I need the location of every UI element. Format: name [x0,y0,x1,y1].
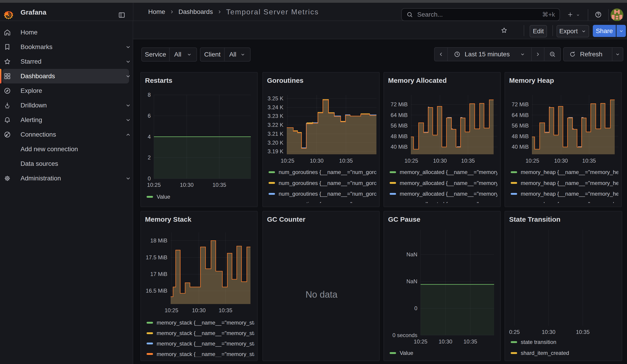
svg-text:16.5 MiB: 16.5 MiB [146,288,167,294]
svg-text:0: 0 [414,305,417,311]
svg-text:10:25: 10:25 [281,157,294,164]
svg-text:3.22 K: 3.22 K [268,122,283,128]
svg-text:72 MiB: 72 MiB [512,101,529,107]
svg-text:2: 2 [148,155,151,160]
svg-text:10:25: 10:25 [414,338,427,345]
svg-text:56 MiB: 56 MiB [512,122,529,129]
svg-text:10:30: 10:30 [180,182,194,188]
svg-text:17 MiB: 17 MiB [150,271,167,277]
svg-text:3.23 K: 3.23 K [268,113,283,119]
svg-text:3.25 K: 3.25 K [268,95,283,102]
svg-text:0: 0 [148,175,151,182]
svg-text:3.21 K: 3.21 K [268,131,283,137]
svg-text:64 MiB: 64 MiB [391,112,408,118]
svg-text:48 MiB: 48 MiB [512,133,529,139]
svg-text:18 MiB: 18 MiB [150,237,167,244]
svg-text:3.19 K: 3.19 K [268,148,283,155]
svg-text:10:30: 10:30 [310,157,323,164]
svg-text:10:35: 10:35 [212,182,226,188]
svg-text:10:25: 10:25 [405,157,418,164]
svg-text:10:30: 10:30 [542,329,555,335]
svg-text:10:25: 10:25 [525,157,539,164]
svg-text:10:35: 10:35 [582,157,596,164]
svg-text:10:25: 10:25 [165,307,178,313]
svg-text:10:35: 10:35 [339,157,353,164]
svg-text:10:35: 10:35 [219,307,232,313]
svg-text:40 MiB: 40 MiB [391,144,408,150]
svg-text:4: 4 [148,134,151,140]
svg-text:10:35: 10:35 [576,329,590,335]
svg-text:48 MiB: 48 MiB [391,133,408,139]
svg-text:3.24 K: 3.24 K [268,104,283,110]
svg-text:40 MiB: 40 MiB [512,144,529,150]
svg-text:10:30: 10:30 [554,157,568,164]
svg-text:10:30: 10:30 [433,157,447,164]
svg-text:10:30: 10:30 [192,307,206,313]
svg-text:6: 6 [148,113,151,119]
svg-text:10:35: 10:35 [464,338,477,345]
svg-text:10:35: 10:35 [461,157,475,164]
svg-text:64 MiB: 64 MiB [512,112,529,118]
svg-text:NaN: NaN [407,278,418,284]
svg-text:0 seconds: 0 seconds [392,332,417,338]
svg-text:17.5 MiB: 17.5 MiB [146,254,167,260]
svg-text:10:30: 10:30 [439,338,452,345]
svg-text:8: 8 [148,92,151,98]
svg-text:10:25: 10:25 [147,182,161,188]
svg-text:56 MiB: 56 MiB [391,122,408,129]
svg-text:NaN: NaN [407,251,418,258]
svg-text:72 MiB: 72 MiB [391,101,408,107]
svg-text:3.20 K: 3.20 K [268,140,283,146]
svg-text:0:25: 0:25 [509,329,520,335]
